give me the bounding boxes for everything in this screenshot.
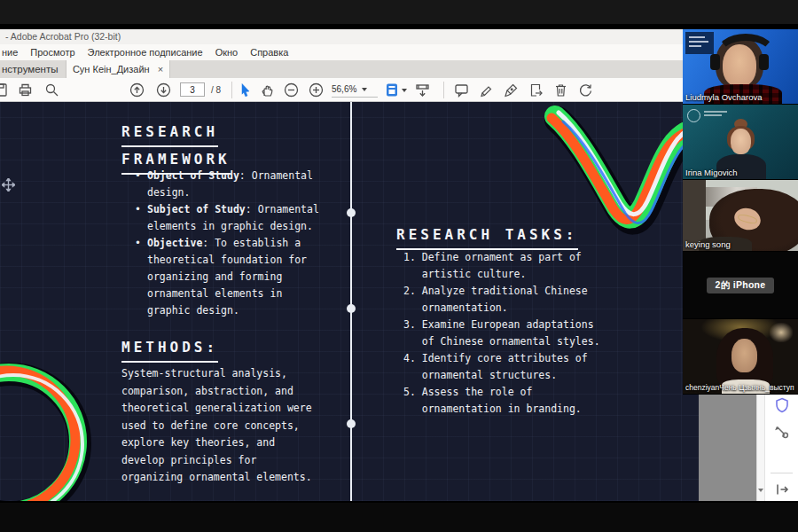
timeline-divider: [350, 102, 352, 501]
page-display-caret-icon[interactable]: [402, 89, 407, 92]
scrolling-mode-icon[interactable]: [415, 82, 430, 98]
university-logo: [687, 109, 700, 122]
task-item: 1.Define ornament as part of artistic cu…: [403, 249, 606, 283]
bullet-item: • Object of Study: Ornamental design.: [135, 168, 325, 201]
tab-document[interactable]: Сун Кеін_Дизайн ×: [66, 60, 170, 78]
rotate-icon[interactable]: [578, 82, 593, 98]
acrobat-tabbar: нструменты Сун Кеін_Дизайн ×: [0, 60, 798, 78]
search-icon[interactable]: [44, 82, 59, 98]
tasks-heading: RESEARCH TASKS:: [396, 223, 578, 250]
zoom-level-value: 56,6%: [332, 82, 356, 97]
participant-video[interactable]: Liudmyla Ovcharova: [683, 29, 798, 104]
bottom-black-strip: [0, 501, 798, 532]
toolbar-separator: [231, 82, 232, 98]
window-title: - Adobe Acrobat Pro (32-bit): [5, 31, 121, 42]
participants-panel: Liudmyla Ovcharova Irina Migovich keying…: [683, 29, 798, 395]
participant-name: Irina Migovich: [685, 168, 738, 177]
sign-icon[interactable]: [504, 82, 519, 98]
highlight-icon[interactable]: [479, 82, 494, 98]
delete-icon[interactable]: [553, 82, 568, 98]
participant-name: Liudmyla Ovcharova: [685, 92, 763, 102]
protect-shield-icon[interactable]: [774, 397, 790, 413]
acrobat-titlebar: - Adobe Acrobat Pro (32-bit): [0, 29, 798, 44]
comment-icon[interactable]: [454, 82, 469, 98]
framework-heading: RESEARCH FRAMEWORK: [121, 120, 231, 175]
select-tool-icon[interactable]: [238, 82, 253, 98]
chevron-down-icon: [362, 88, 367, 91]
participant-video[interactable]: keying song: [683, 180, 798, 251]
export-icon[interactable]: [528, 82, 544, 98]
timeline-dot: [347, 304, 356, 313]
pdf-slide-page[interactable]: RESEARCH FRAMEWORK • Object of Study: Or…: [0, 102, 699, 501]
zoom-level-control[interactable]: 56,6%: [332, 82, 378, 98]
tools-icon[interactable]: [774, 424, 790, 440]
page-total-label: / 8: [211, 82, 221, 98]
methods-body: System-structural analysis, comparison, …: [121, 365, 318, 487]
save-icon[interactable]: [0, 82, 8, 98]
tab-close-icon[interactable]: ×: [158, 65, 163, 74]
scroll-down-icon[interactable]: [758, 489, 763, 492]
bullet-marker: •: [135, 201, 147, 235]
expand-panel-icon[interactable]: [774, 481, 790, 497]
acrobat-menubar: ние Просмотр Электронное подписание Окно…: [0, 44, 798, 60]
ring-ornament: [0, 353, 106, 501]
bullet-marker: •: [135, 168, 147, 201]
tab-tools[interactable]: нструменты: [2, 60, 58, 78]
bullet-item: • Objective: To establish a theoretical …: [135, 235, 325, 319]
page-display-icon[interactable]: [385, 82, 400, 98]
methods-heading: METHODS:: [121, 335, 218, 363]
participant-name: chenziyanЧень Цзыянь_выступ: [685, 383, 794, 392]
acrobat-toolbar: 3 / 8 56,6%: [0, 78, 798, 102]
menu-item-editing[interactable]: ние: [2, 47, 18, 58]
menu-item-window[interactable]: Окно: [215, 47, 239, 58]
top-black-strip: [0, 0, 798, 29]
participant-video[interactable]: chenziyanЧень Цзыянь_выступ: [683, 319, 798, 394]
task-item: 4.Identify core attributes of ornamental…: [403, 350, 606, 384]
participant-video[interactable]: Irina Migovich: [683, 105, 798, 179]
hand-tool-icon[interactable]: [260, 82, 275, 98]
pan-cursor: [2, 178, 15, 192]
participant-name: 2的 iPhone: [707, 278, 775, 293]
page-number-input[interactable]: 3: [180, 82, 205, 97]
print-icon[interactable]: [18, 82, 33, 98]
timeline-dot: [347, 208, 356, 217]
framework-bullets: • Object of Study: Ornamental design. • …: [135, 168, 325, 319]
screen: - Adobe Acrobat Pro (32-bit) ние Просмот…: [0, 0, 798, 532]
zoom-out-icon[interactable]: [284, 82, 299, 98]
participant-video-camera-off[interactable]: 2的 iPhone: [683, 252, 798, 318]
avatar: [732, 339, 757, 372]
tasks-list: 1.Define ornament as part of artistic cu…: [403, 249, 606, 418]
panel-divider: [771, 473, 793, 473]
menu-item-view[interactable]: Просмотр: [30, 47, 74, 58]
bullet-item: • Subject of Study: Ornamental elements …: [135, 201, 325, 235]
task-item: 3.Examine European adaptations of Chines…: [403, 317, 606, 350]
menu-item-esign[interactable]: Электронное подписание: [88, 47, 203, 58]
zoom-in-icon[interactable]: [309, 82, 324, 98]
next-page-icon[interactable]: [156, 82, 171, 98]
participant-name: keying song: [685, 239, 731, 249]
avatar: [731, 129, 751, 154]
bullet-marker: •: [135, 235, 147, 319]
task-item: 2.Analyze traditional Chinese ornamentat…: [403, 283, 606, 317]
avatar: [723, 44, 756, 87]
timeline-dot: [347, 419, 356, 428]
previous-page-icon[interactable]: [129, 82, 145, 98]
menu-item-help[interactable]: Справка: [250, 47, 288, 58]
tab-document-label: Сун Кеін_Дизайн: [73, 64, 150, 74]
university-logo: [685, 32, 714, 54]
task-item: 5.Assess the role of ornamentation in br…: [403, 384, 606, 418]
toolbar-separator: [443, 82, 444, 98]
